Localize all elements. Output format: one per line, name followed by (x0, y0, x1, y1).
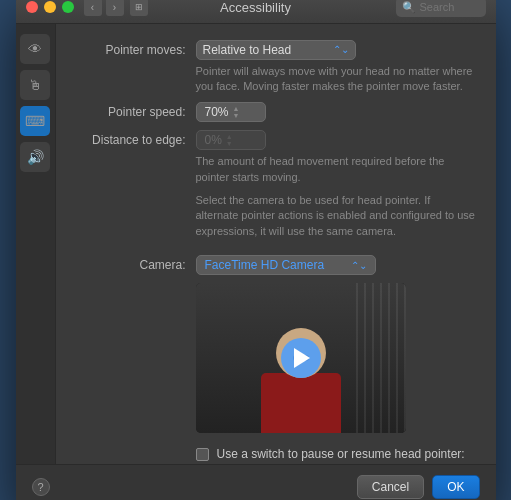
maximize-button[interactable] (62, 1, 74, 13)
pointer-speed-input[interactable]: 70% ▲ ▼ (196, 102, 266, 122)
distance-stepper-down[interactable]: ▼ (226, 140, 233, 147)
camera-select-arrow: ⌃⌄ (351, 260, 367, 271)
play-button[interactable] (281, 338, 321, 378)
nav-buttons: ‹ › (84, 0, 124, 16)
sidebar-icon-4: 🔊 (27, 149, 44, 165)
distance-to-edge-row: Distance to edge: 0% ▲ ▼ The amount of h… (76, 130, 476, 185)
distance-to-edge-input[interactable]: 0% ▲ ▼ (196, 130, 266, 150)
sidebar-item-4[interactable]: 🔊 (20, 142, 50, 172)
traffic-lights (26, 1, 74, 13)
distance-to-edge-control: 0% ▲ ▼ The amount of head movement requi… (196, 130, 476, 185)
pointer-moves-select[interactable]: Relative to Head ⌃⌄ (196, 40, 356, 60)
minimize-button[interactable] (44, 1, 56, 13)
ok-button[interactable]: OK (432, 475, 479, 499)
sidebar: 👁 🖱 ⌨ 🔊 (16, 24, 56, 464)
distance-stepper[interactable]: ▲ ▼ (226, 133, 233, 147)
pointer-moves-value: Relative to Head (203, 43, 329, 57)
pointer-moves-row: Pointer moves: Relative to Head ⌃⌄ Point… (76, 40, 476, 95)
camera-description: Select the camera to be used for head po… (196, 193, 476, 239)
bottom-bar: ? Cancel OK (16, 464, 496, 501)
sidebar-icon-1: 👁 (28, 41, 42, 57)
content-area: 👁 🖱 ⌨ 🔊 Pointer moves: Relative to Head … (16, 24, 496, 464)
camera-label: Camera: (76, 255, 196, 272)
sidebar-item-1[interactable]: 👁 (20, 34, 50, 64)
search-icon: 🔍 (402, 1, 416, 14)
distance-description: The amount of head movement required bef… (196, 154, 476, 185)
pointer-moves-label: Pointer moves: (76, 40, 196, 57)
shirt (261, 373, 341, 433)
camera-value: FaceTime HD Camera (205, 258, 351, 272)
video-thumbnail (196, 283, 406, 433)
pointer-speed-value: 70% (205, 105, 229, 119)
camera-desc-spacer (76, 193, 196, 196)
search-input[interactable] (420, 1, 480, 13)
stepper-down[interactable]: ▼ (233, 112, 240, 119)
pointer-speed-stepper[interactable]: ▲ ▼ (233, 105, 240, 119)
sidebar-icon-3: ⌨ (25, 113, 45, 129)
titlebar: ‹ › ⊞ Accessibility 🔍 (16, 0, 496, 24)
accessibility-window: ‹ › ⊞ Accessibility 🔍 👁 🖱 ⌨ 🔊 (16, 0, 496, 500)
camera-desc-row: Select the camera to be used for head po… (76, 193, 476, 247)
window-title: Accessibility (220, 0, 291, 15)
help-button[interactable]: ? (32, 478, 50, 496)
pointer-moves-arrow: ⌃⌄ (333, 44, 349, 55)
pointer-moves-description: Pointer will always move with your head … (196, 64, 476, 95)
grid-button[interactable]: ⊞ (130, 0, 148, 16)
pointer-speed-row: Pointer speed: 70% ▲ ▼ (76, 102, 476, 122)
sidebar-item-2[interactable]: 🖱 (20, 70, 50, 100)
cancel-button[interactable]: Cancel (357, 475, 424, 499)
back-button[interactable]: ‹ (84, 0, 102, 16)
camera-row: Camera: FaceTime HD Camera ⌃⌄ (76, 255, 476, 275)
stepper-up[interactable]: ▲ (233, 105, 240, 112)
close-button[interactable] (26, 1, 38, 13)
pointer-moves-control: Relative to Head ⌃⌄ Pointer will always … (196, 40, 476, 95)
sidebar-item-3[interactable]: ⌨ (20, 106, 50, 136)
main-content: Pointer moves: Relative to Head ⌃⌄ Point… (56, 24, 496, 464)
search-box[interactable]: 🔍 (396, 0, 486, 17)
sidebar-icon-2: 🖱 (28, 77, 42, 93)
distance-stepper-up[interactable]: ▲ (226, 133, 233, 140)
video-preview (196, 283, 406, 433)
switch-checkbox[interactable] (196, 448, 209, 461)
play-icon (294, 348, 310, 368)
camera-control: FaceTime HD Camera ⌃⌄ (196, 255, 476, 275)
camera-select[interactable]: FaceTime HD Camera ⌃⌄ (196, 255, 376, 275)
forward-button[interactable]: › (106, 0, 124, 16)
pointer-speed-control: 70% ▲ ▼ (196, 102, 476, 122)
switch-label: Use a switch to pause or resume head poi… (217, 447, 465, 461)
pointer-speed-label: Pointer speed: (76, 102, 196, 119)
distance-to-edge-label: Distance to edge: (76, 130, 196, 147)
distance-to-edge-value: 0% (205, 133, 222, 147)
switch-row: Use a switch to pause or resume head poi… (76, 447, 476, 461)
curtain-decoration (356, 283, 406, 433)
